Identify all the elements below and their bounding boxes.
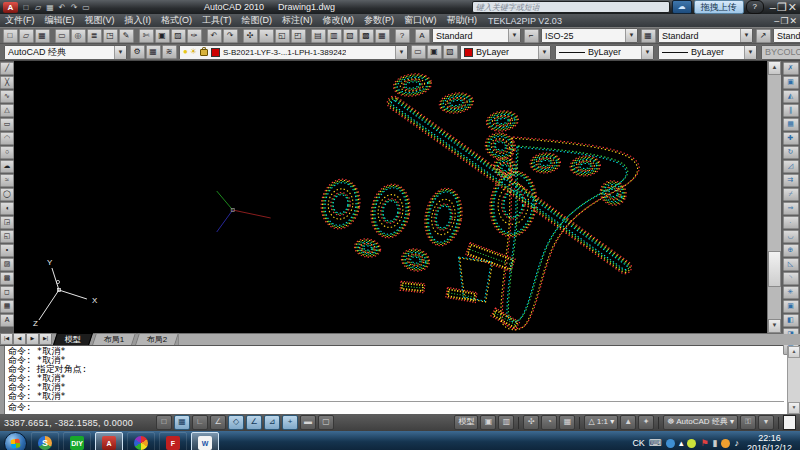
region-icon[interactable]: ◻	[0, 286, 14, 299]
new-icon[interactable]: □	[3, 29, 18, 43]
save-icon[interactable]: ▦	[44, 2, 56, 13]
plot-icon[interactable]: ▭	[55, 29, 70, 43]
open-file-icon[interactable]: ▱	[32, 2, 44, 13]
arc-icon[interactable]: ◠	[0, 132, 14, 145]
menu-item-5[interactable]: 工具(T)	[197, 14, 237, 27]
drawing-canvas[interactable]: YXZ	[14, 61, 767, 333]
ellipse-arc-icon[interactable]: ◖	[0, 202, 14, 215]
layer-properties-icon[interactable]: ≋	[162, 45, 177, 59]
tab-模型[interactable]: 模型	[53, 333, 93, 345]
tab-nav-2[interactable]: ▶	[26, 333, 39, 345]
chevron-down-icon[interactable]: ▼	[508, 29, 520, 42]
pan-icon[interactable]: ✣	[243, 29, 258, 43]
publish-icon[interactable]: ≣	[87, 29, 102, 43]
undo-icon[interactable]: ↶	[207, 29, 222, 43]
menu-item-1[interactable]: 编辑(E)	[40, 14, 80, 27]
tab-布局1[interactable]: 布局1	[92, 333, 136, 345]
sheetset-icon[interactable]: ▩	[359, 29, 374, 43]
coordinates-readout[interactable]: 3387.6651, -382.1585, 0.0000	[4, 418, 154, 428]
maximize-button[interactable]: ❐	[777, 1, 787, 14]
send-back-icon[interactable]: ◧	[783, 314, 799, 327]
extend-icon[interactable]: ⇒	[783, 202, 799, 215]
menu-item-7[interactable]: 标注(N)	[277, 14, 318, 27]
properties-icon[interactable]: ▤	[311, 29, 326, 43]
qp-toggle[interactable]: ▢	[318, 415, 334, 430]
menu-item-6[interactable]: 绘图(D)	[237, 14, 278, 27]
browser-app-icon[interactable]: S	[31, 432, 59, 450]
dim-style-icon[interactable]: ⌐	[524, 29, 539, 43]
menu-item-10[interactable]: 窗口(W)	[399, 14, 442, 27]
quickview-layouts-icon[interactable]: ▣	[480, 415, 496, 430]
cloud-sync-icon[interactable]: ☁	[672, 0, 692, 14]
model-space-button[interactable]: 模型	[454, 415, 478, 430]
gradient-icon[interactable]: ▩	[0, 272, 14, 285]
osnap-toggle[interactable]: ◇	[228, 415, 244, 430]
menu-item-4[interactable]: 格式(O)	[156, 14, 197, 27]
status-menu-button[interactable]: ▾	[758, 415, 774, 430]
preview-icon[interactable]: ◎	[71, 29, 86, 43]
menu-item-3[interactable]: 插入(I)	[120, 14, 157, 27]
otrack-toggle[interactable]: ∠	[246, 415, 262, 430]
polygon-icon[interactable]: △	[0, 104, 14, 117]
mtext-icon[interactable]: A	[0, 314, 14, 327]
word-app-icon[interactable]: W	[191, 432, 219, 450]
plot-icon[interactable]: ▭	[80, 2, 92, 13]
array-icon[interactable]: ▦	[783, 118, 799, 131]
matchprop-icon[interactable]: ✑	[187, 29, 202, 43]
command-prompt[interactable]: 命令:	[8, 401, 784, 413]
layer-isolate-icon[interactable]: ▧	[443, 45, 458, 59]
linetype-combo[interactable]: ByLayer▼	[555, 45, 654, 60]
zoom-window-icon[interactable]: ◱	[275, 29, 290, 43]
redo-icon[interactable]: ↷	[68, 2, 80, 13]
hatch-icon[interactable]: ▨	[0, 258, 14, 271]
layer-combo[interactable]: ● ☀ S-B2021-LYF-3-...1-LPH-1-389242 ▼	[179, 45, 408, 60]
showmotion-icon[interactable]: ▦	[559, 415, 575, 430]
doc-minimize-button[interactable]: –	[774, 16, 779, 26]
designcenter-icon[interactable]: ▥	[327, 29, 342, 43]
mleader-style-combo[interactable]: Standard▼	[773, 28, 800, 43]
upload-button[interactable]: 拖拽上传	[694, 0, 744, 14]
annotation-auto-icon[interactable]: ✦	[638, 415, 654, 430]
tray-expand-icon[interactable]: ▴	[679, 438, 684, 448]
dyn-toggle[interactable]: +	[282, 415, 298, 430]
scroll-up-icon[interactable]: ▲	[768, 61, 781, 75]
bring-front-icon[interactable]: ▣	[783, 300, 799, 313]
join-icon[interactable]: ⊕	[783, 244, 799, 257]
table-style-icon[interactable]: ▦	[641, 29, 656, 43]
break-icon[interactable]: ◡	[783, 230, 799, 243]
clock[interactable]: 22:16 2016/12/12	[743, 433, 796, 450]
volume-icon[interactable]: ♪	[734, 438, 739, 448]
plugin-menu-item[interactable]: TEKLA2PIP V2.03	[482, 16, 568, 26]
toolpalettes-icon[interactable]: ▧	[343, 29, 358, 43]
workspace-settings-icon[interactable]: ⚙	[130, 45, 145, 59]
trim-icon[interactable]: ⌿	[783, 188, 799, 201]
tab-布局2[interactable]: 布局2	[136, 333, 180, 345]
menu-item-0[interactable]: 文件(F)	[0, 14, 40, 27]
quickcalc-icon[interactable]: ▦	[375, 29, 390, 43]
cut-icon[interactable]: ✄	[139, 29, 154, 43]
lwt-toggle[interactable]: ▬	[300, 415, 316, 430]
chevron-down-icon[interactable]: ▼	[625, 29, 637, 42]
ellipse-icon[interactable]: ◯	[0, 188, 14, 201]
layer-states-icon[interactable]: ▣	[427, 45, 442, 59]
autocad-app-icon[interactable]: A	[95, 432, 123, 450]
dwf-icon[interactable]: ◳	[103, 29, 118, 43]
open-icon[interactable]: ▱	[19, 29, 34, 43]
lineweight-combo[interactable]: ByLayer▼	[658, 45, 757, 60]
layer-previous-icon[interactable]: ▭	[411, 45, 426, 59]
xline-icon[interactable]: ╳	[0, 76, 14, 89]
search-input[interactable]: 键入关键字或短语	[472, 1, 670, 13]
zoom-previous-icon[interactable]: ◰	[291, 29, 306, 43]
cmd-scroll-up-icon[interactable]: ▲	[788, 346, 800, 358]
break-point-icon[interactable]: ∙	[783, 216, 799, 229]
pan-icon[interactable]: ✣	[523, 415, 539, 430]
make-block-icon[interactable]: ◱	[0, 230, 14, 243]
text-style-combo[interactable]: Standard▼	[432, 28, 521, 43]
workspace-switch-button[interactable]: ☸ AutoCAD 经典 ▾	[663, 415, 738, 430]
snap-toggle[interactable]: □	[156, 415, 172, 430]
table-style-combo[interactable]: Standard▼	[658, 28, 753, 43]
markup-icon[interactable]: ✎	[119, 29, 134, 43]
zoom-realtime-icon[interactable]: ◔	[259, 29, 274, 43]
point-icon[interactable]: •	[0, 244, 14, 257]
line-icon[interactable]: ╱	[0, 62, 14, 75]
